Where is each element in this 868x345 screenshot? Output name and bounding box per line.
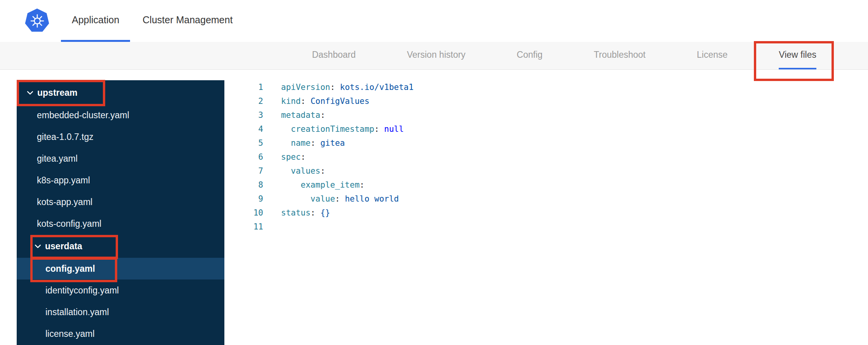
file-label: gitea-1.0.7.tgz bbox=[37, 132, 94, 142]
header-tab-cluster-management[interactable]: Cluster Management bbox=[132, 0, 243, 42]
code-line-content: metadata: bbox=[263, 108, 325, 122]
tree-item-upstream[interactable]: upstream bbox=[17, 81, 224, 104]
tree-item-identityconfig-yaml[interactable]: identityconfig.yaml bbox=[17, 279, 224, 301]
line-number: 4 bbox=[224, 122, 263, 136]
line-number: 3 bbox=[224, 108, 263, 122]
subnav-tab-dashboard[interactable]: Dashboard bbox=[312, 42, 356, 69]
code-line: 8 example_item: bbox=[224, 178, 868, 192]
code-line-content: kind: ConfigValues bbox=[263, 94, 370, 108]
code-line-content: creationTimestamp: null bbox=[263, 122, 404, 136]
tree-item-kots-config-yaml[interactable]: kots-config.yaml bbox=[17, 213, 224, 235]
app-subnav: DashboardVersion historyConfigTroublesho… bbox=[0, 42, 868, 70]
helm-wheel-icon bbox=[30, 13, 45, 29]
subnav-tab-view-files[interactable]: View files bbox=[779, 42, 816, 69]
code-line: 11 bbox=[224, 220, 868, 234]
code-line-content: values: bbox=[263, 164, 325, 178]
code-line: 4 creationTimestamp: null bbox=[224, 122, 868, 136]
file-label: license.yaml bbox=[45, 329, 95, 339]
line-number: 11 bbox=[224, 220, 263, 234]
tree-item-gitea-1-0-7-tgz[interactable]: gitea-1.0.7.tgz bbox=[17, 126, 224, 148]
kubernetes-logo-icon[interactable] bbox=[25, 9, 49, 33]
file-label: identityconfig.yaml bbox=[45, 285, 119, 296]
subnav-tab-version-history[interactable]: Version history bbox=[407, 42, 465, 69]
tree-item-config-yaml[interactable]: config.yaml bbox=[17, 258, 224, 279]
tree-item-license-yaml[interactable]: license.yaml bbox=[17, 323, 224, 345]
code-line: 10status: {} bbox=[224, 206, 868, 220]
code-line-content: value: hello world bbox=[263, 192, 399, 206]
tree-item-embedded-cluster-yaml[interactable]: embedded-cluster.yaml bbox=[17, 104, 224, 126]
line-number: 8 bbox=[224, 178, 263, 192]
chevron-down-icon bbox=[27, 91, 33, 95]
code-line: 2kind: ConfigValues bbox=[224, 94, 868, 108]
code-line: 7 values: bbox=[224, 164, 868, 178]
tree-item-gitea-yaml[interactable]: gitea.yaml bbox=[17, 148, 224, 169]
yaml-code-editor[interactable]: 1apiVersion: kots.io/v1beta12kind: Confi… bbox=[224, 80, 868, 345]
line-number: 7 bbox=[224, 164, 263, 178]
line-number: 9 bbox=[224, 192, 263, 206]
code-line: 6spec: bbox=[224, 150, 868, 164]
folder-label: userdata bbox=[45, 241, 82, 252]
file-label: installation.yaml bbox=[45, 307, 109, 317]
tree-item-kots-app-yaml[interactable]: kots-app.yaml bbox=[17, 191, 224, 213]
line-number: 2 bbox=[224, 94, 263, 108]
code-line: 5 name: gitea bbox=[224, 136, 868, 150]
subnav-tab-license[interactable]: License bbox=[697, 42, 727, 69]
file-label: config.yaml bbox=[45, 264, 95, 274]
code-line-content: status: {} bbox=[263, 206, 330, 220]
code-line: 3metadata: bbox=[224, 108, 868, 122]
file-label: embedded-cluster.yaml bbox=[37, 110, 129, 121]
code-line: 9 value: hello world bbox=[224, 192, 868, 206]
line-number: 10 bbox=[224, 206, 263, 220]
code-line-content bbox=[263, 220, 281, 234]
file-label: k8s-app.yaml bbox=[37, 175, 90, 186]
tree-item-k8s-app-yaml[interactable]: k8s-app.yaml bbox=[17, 169, 224, 191]
code-line-content: apiVersion: kots.io/v1beta1 bbox=[263, 80, 413, 94]
file-label: kots-app.yaml bbox=[37, 197, 92, 207]
line-number: 6 bbox=[224, 150, 263, 164]
tree-item-installation-yaml[interactable]: installation.yaml bbox=[17, 301, 224, 323]
file-tree-sidebar: upstreamembedded-cluster.yamlgitea-1.0.7… bbox=[17, 80, 224, 345]
code-line: 1apiVersion: kots.io/v1beta1 bbox=[224, 80, 868, 94]
header-tab-application[interactable]: Application bbox=[61, 0, 130, 42]
app-header: ApplicationCluster Management bbox=[0, 0, 868, 42]
code-line-content: spec: bbox=[263, 150, 306, 164]
code-line-content: name: gitea bbox=[263, 136, 345, 150]
chevron-down-icon bbox=[35, 244, 41, 248]
tree-item-userdata[interactable]: userdata bbox=[17, 235, 224, 258]
file-label: kots-config.yaml bbox=[37, 219, 101, 229]
folder-label: upstream bbox=[37, 88, 78, 98]
line-number: 5 bbox=[224, 136, 263, 150]
line-number: 1 bbox=[224, 80, 263, 94]
header-tabs: ApplicationCluster Management bbox=[61, 0, 243, 42]
subnav-tab-config[interactable]: Config bbox=[517, 42, 542, 69]
code-line-content: example_item: bbox=[263, 178, 365, 192]
file-label: gitea.yaml bbox=[37, 154, 78, 164]
subnav-tab-troubleshoot[interactable]: Troubleshoot bbox=[594, 42, 646, 69]
